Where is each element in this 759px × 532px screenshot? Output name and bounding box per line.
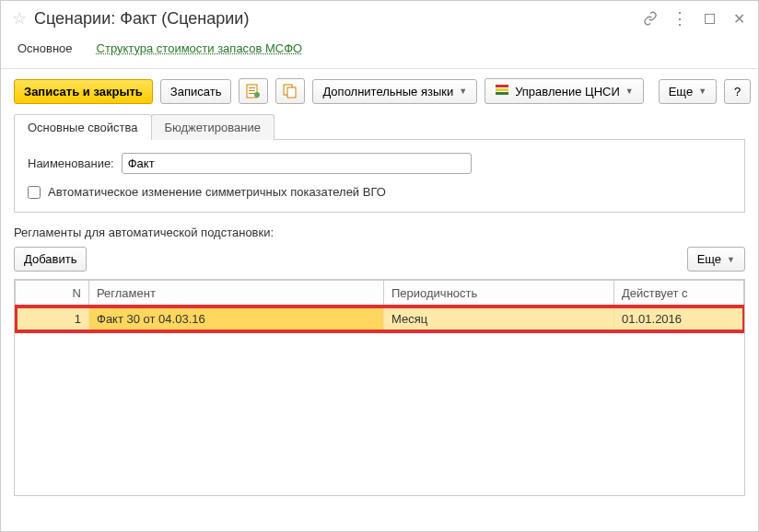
auto-change-label: Автоматическое изменение симметричных по… xyxy=(48,185,386,199)
table-row[interactable]: 1 Факт 30 от 04.03.16 Месяц 01.01.2016 xyxy=(16,306,744,332)
maximize-icon[interactable] xyxy=(701,10,718,27)
name-input[interactable] xyxy=(122,153,472,174)
chevron-down-icon: ▼ xyxy=(727,255,735,264)
svg-rect-8 xyxy=(496,88,508,91)
table-more-button[interactable]: Еще ▼ xyxy=(687,247,745,272)
svg-rect-2 xyxy=(249,90,255,91)
chevron-down-icon: ▼ xyxy=(459,87,467,96)
cell-n: 1 xyxy=(16,306,89,332)
cell-reglament: Факт 30 от 04.03.16 xyxy=(89,306,384,332)
col-header-periodicity[interactable]: Периодичность xyxy=(384,281,614,306)
chevron-down-icon: ▼ xyxy=(625,87,634,96)
save-button[interactable]: Записать xyxy=(160,79,232,104)
more-button[interactable]: Еще ▼ xyxy=(659,79,717,104)
name-label: Наименование: xyxy=(28,156,114,170)
col-header-valid-from[interactable]: Действует с xyxy=(614,281,744,306)
cnsi-management-button[interactable]: Управление ЦНСИ ▼ xyxy=(485,78,644,104)
copy-button[interactable] xyxy=(275,78,305,104)
tab-main-properties[interactable]: Основные свойства xyxy=(14,114,152,140)
col-header-n[interactable]: N xyxy=(16,281,89,306)
svg-point-4 xyxy=(254,92,260,98)
kebab-menu-icon[interactable]: ⋮ xyxy=(671,10,688,27)
cell-valid-from: 01.01.2016 xyxy=(614,306,744,332)
nav-structure-link[interactable]: Структура стоимости запасов МСФО xyxy=(93,38,307,59)
link-icon[interactable] xyxy=(642,10,659,27)
table-more-label: Еще xyxy=(697,252,721,266)
cell-periodicity: Месяц xyxy=(384,306,614,332)
tab-budgeting[interactable]: Бюджетирование xyxy=(151,114,274,140)
chevron-down-icon: ▼ xyxy=(698,87,706,96)
page-title: Сценарии: Факт (Сценарии) xyxy=(34,9,642,29)
additional-languages-label: Дополнительные языки xyxy=(322,85,453,98)
more-label: Еще xyxy=(669,85,693,98)
auto-change-checkbox[interactable] xyxy=(28,186,41,199)
svg-rect-1 xyxy=(249,87,255,88)
cnsi-label: Управление ЦНСИ xyxy=(515,85,620,98)
reglaments-section-label: Регламенты для автоматической подстановк… xyxy=(1,213,758,247)
col-header-reglament[interactable]: Регламент xyxy=(89,281,384,306)
favorite-star-icon[interactable]: ☆ xyxy=(12,8,27,29)
additional-languages-button[interactable]: Дополнительные языки ▼ xyxy=(312,79,477,104)
add-button[interactable]: Добавить xyxy=(14,247,87,272)
svg-rect-9 xyxy=(496,85,508,87)
nav-main[interactable]: Основное xyxy=(14,38,76,59)
svg-rect-3 xyxy=(249,93,255,94)
help-button[interactable]: ? xyxy=(724,79,751,104)
svg-rect-7 xyxy=(496,92,508,95)
svg-rect-6 xyxy=(287,87,296,98)
save-and-close-button[interactable]: Записать и закрыть xyxy=(14,79,153,104)
close-icon[interactable]: ✕ xyxy=(730,10,747,27)
create-based-on-button[interactable] xyxy=(239,78,268,104)
